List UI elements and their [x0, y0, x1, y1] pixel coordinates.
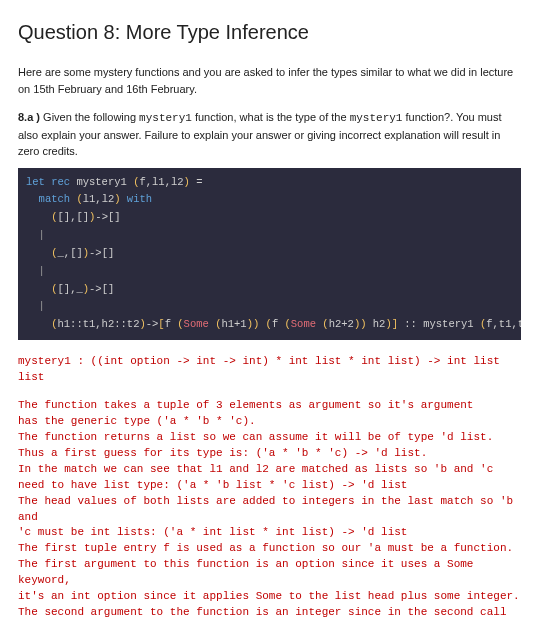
prompt-mid: function, what is the type of the: [192, 111, 350, 123]
prompt-fn2: mystery1: [350, 112, 403, 124]
prompt-pre: Given the following: [40, 111, 139, 123]
question-prompt: 8.a ) Given the following mystery1 funct…: [18, 109, 521, 160]
intro-text: Here are some mystery functions and you …: [18, 64, 521, 97]
prompt-fn1: mystery1: [139, 112, 192, 124]
question-title: Question 8: More Type Inference: [18, 18, 521, 46]
answer-body: The function takes a tuple of 3 elements…: [18, 398, 521, 621]
code-block: let rec mystery1 (f,l1,l2) = match (l1,l…: [18, 168, 521, 341]
answer-signature: mystery1 : ((int option -> int -> int) *…: [18, 354, 521, 386]
prompt-label: 8.a ): [18, 111, 40, 123]
